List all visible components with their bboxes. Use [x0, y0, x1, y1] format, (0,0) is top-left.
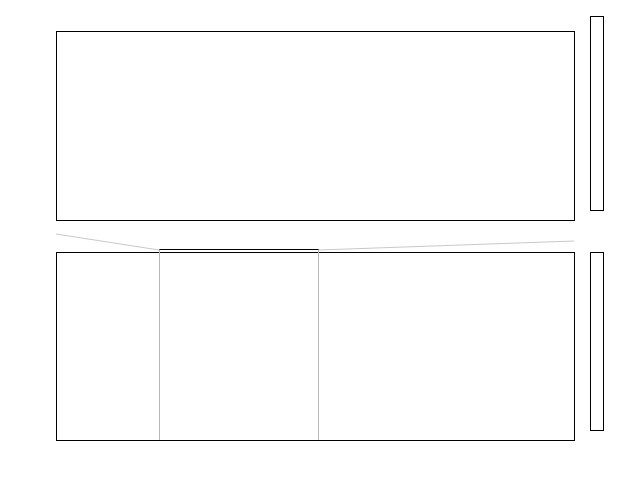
top-colorbar: [590, 16, 604, 211]
top-panel: [56, 31, 575, 221]
spectrogram-viewer: [0, 0, 640, 480]
bottom-colorbar: [590, 252, 604, 431]
top-spectrogram-image[interactable]: [57, 32, 574, 220]
time-selection-box[interactable]: [159, 249, 319, 440]
